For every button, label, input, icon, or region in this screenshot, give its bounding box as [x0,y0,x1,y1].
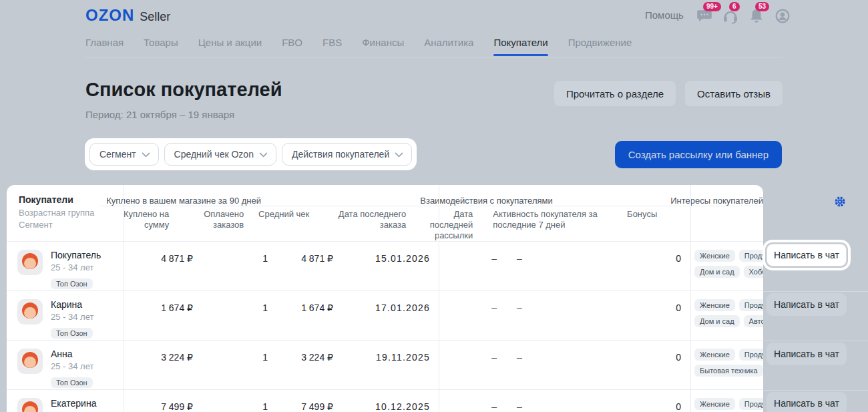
col-avg-check: Средний чек [248,209,313,241]
avatar [17,398,43,412]
nav-item-promotion[interactable]: Продвижение [568,37,632,48]
nav-item-products[interactable]: Товары [144,37,178,48]
profile-button[interactable] [774,7,791,25]
avatar [17,349,43,374]
interest-tag: Женские [694,349,735,361]
cell-avg-check: 7 499 ₽ [272,390,337,412]
group-purchases-90d: Куплено в вашем магазине за 90 дней [99,185,415,206]
period-label: Период: 21 октября – 19 января [85,109,234,120]
notifications-button[interactable]: 53 [748,7,765,25]
interest-tag: Продукты [739,250,763,262]
user-icon [774,7,791,25]
main-nav: Главная Товары Цены и акции FBO FBS Фина… [85,37,632,48]
table-settings-button[interactable] [834,196,846,210]
cell-orders: 1 [197,341,272,389]
col-bonuses: Бонусы [620,209,661,241]
avg-check-filter-label: Средний чек Ozon [174,149,254,160]
cell-activity: – [501,242,644,290]
col-customers: Покупатели [19,194,99,205]
cell-last-mailing: – [434,291,501,340]
messages-badge: 99+ [703,2,721,11]
cell-sum: 7 499 ₽ [124,390,197,412]
cell-sum: 1 674 ₽ [124,291,197,340]
cell-avg-check: 3 224 ₽ [272,341,337,389]
segment-badge: Топ Озон [51,328,93,339]
chat-button[interactable]: Написать в чат [767,343,847,365]
interest-tag: Женские [694,398,735,410]
nav-item-fbo[interactable]: FBO [282,37,302,48]
customer-age: 25 - 34 лет [51,262,101,272]
row-divider [763,390,868,391]
messages-button[interactable]: 99+ [696,7,713,25]
nav-item-finance[interactable]: Финансы [362,37,404,48]
chat-button[interactable]: Написать в чат [767,392,847,412]
gear-icon [834,196,846,208]
cell-sum: 3 224 ₽ [124,341,197,389]
cell-last-mailing: – [434,390,501,412]
cell-last-order-date: 19.11.2025 [337,341,434,389]
segment-filter[interactable]: Сегмент [89,143,159,166]
interest-tag: Дом и сад [694,266,740,278]
chevron-down-icon [142,149,150,158]
chevron-down-icon [259,149,268,158]
cell-last-mailing: – [434,242,501,290]
col-sum: Куплено на сумму [99,209,173,241]
support-button[interactable]: 6 [722,7,739,25]
avatar [17,299,43,325]
col-segment: Сегмент [19,219,99,231]
cell-interests: Женские Продукты Бытовая техника Зоотова… [685,341,763,389]
table-row: Екатерина 45 - 54 лет 7 499 ₽ 1 7 499 ₽ … [7,390,763,412]
col-activity: Активность покупателя за последние 7 дне… [477,209,620,241]
cell-last-order-date: 17.01.2026 [337,291,434,340]
customer-actions-filter-label: Действия покупателей [292,149,389,160]
nav-item-customers[interactable]: Покупатели [493,37,548,48]
interest-tag: Дом и сад [694,315,740,327]
col-last-mailing-date: Дата последней рассылки [410,209,477,241]
segment-badge: Топ Озон [51,278,93,289]
col-orders: Оплачено заказов [173,209,248,241]
nav-divider [85,57,783,57]
read-section-button[interactable]: Прочитать о разделе [554,81,676,106]
table-row: Анна 25 - 34 лет Топ Озон 3 224 ₽ 1 3 22… [7,341,763,390]
cell-orders: 1 [197,242,272,290]
row-divider [763,291,868,292]
table-header: Покупатели Возрастная группа Сегмент Куп… [7,185,763,242]
customer-actions-filter[interactable]: Действия покупателей [282,143,412,166]
chevron-down-icon [395,149,403,158]
leave-feedback-button[interactable]: Оставить отзыв [685,81,783,106]
customer-name: Екатерина [51,398,96,409]
column-divider [124,185,124,412]
nav-item-prices-promos[interactable]: Цены и акции [198,37,262,48]
create-campaign-button[interactable]: Создать рассылку или баннер [615,141,782,168]
nav-item-home[interactable]: Главная [85,37,124,48]
group-interactions: Взаимодействия с покупателями [415,185,666,206]
column-divider [439,185,439,412]
interest-tag: Продукты [739,398,763,410]
customer-age: 25 - 34 лет [51,361,93,371]
cell-bonuses: 0 [644,242,685,290]
cell-interests: Женские Продукты [685,390,763,412]
segment-badge: Топ Озон [51,377,93,388]
customer-name: Покупатель [51,250,101,260]
column-divider [690,185,691,412]
cell-last-order-date: 15.01.2026 [337,242,434,290]
cell-bonuses: 0 [644,341,685,389]
seller-label: Seller [140,10,170,24]
cell-bonuses: 0 [644,390,685,412]
cell-orders: 1 [197,291,272,340]
help-link[interactable]: Помощь [645,9,684,21]
row-divider [763,341,868,341]
interest-tag: Продукты [739,349,763,361]
interest-tag: Женские [694,250,735,262]
interest-tag: Продукты [739,299,763,311]
chat-button[interactable]: Написать в чат [767,293,847,316]
nav-item-analytics[interactable]: Аналитика [424,37,473,48]
chat-button[interactable]: Написать в чат [767,244,847,266]
col-age-group: Возрастная группа [19,207,99,219]
nav-item-fbs[interactable]: FBS [322,37,342,48]
cell-interests: Женские Продукты Дом и сад Хобби и творч… [685,242,763,290]
customer-name: Карина [51,299,93,310]
avg-check-filter[interactable]: Средний чек Ozon [164,143,276,166]
interest-tag: Автотовары [744,315,763,327]
ozon-logo[interactable]: OZON Seller [85,6,170,25]
